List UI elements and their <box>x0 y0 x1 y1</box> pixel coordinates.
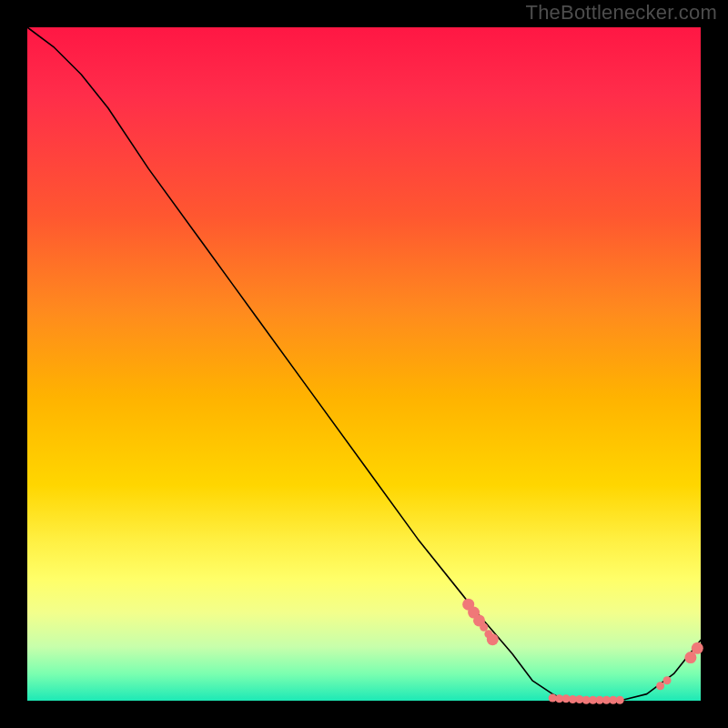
data-marker <box>480 623 488 632</box>
data-marker <box>487 633 499 645</box>
data-marker <box>656 682 664 690</box>
data-marker <box>663 676 672 684</box>
data-markers <box>462 599 703 704</box>
data-marker <box>692 642 703 654</box>
plot-overlay <box>27 27 701 701</box>
chart-frame: TheBottlenecker.com <box>0 0 728 728</box>
brand-watermark: TheBottlenecker.com <box>526 1 717 25</box>
data-marker <box>616 696 624 704</box>
bottleneck-curve <box>27 27 701 701</box>
